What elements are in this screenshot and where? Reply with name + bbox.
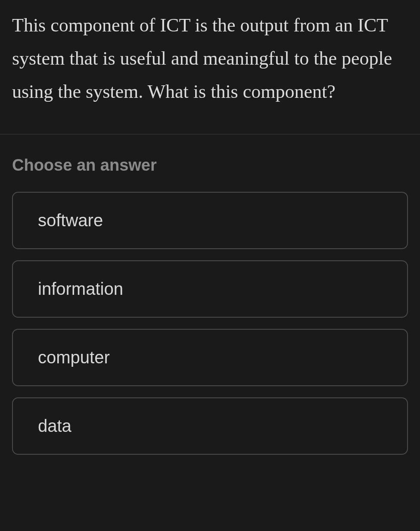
answer-label: computer	[38, 348, 110, 367]
answer-option-data[interactable]: data	[12, 397, 408, 455]
answer-option-software[interactable]: software	[12, 192, 408, 249]
answer-label: information	[38, 279, 123, 298]
answer-label: software	[38, 211, 103, 230]
answer-section: Choose an answer software information co…	[0, 134, 420, 455]
answer-option-information[interactable]: information	[12, 260, 408, 318]
answer-prompt: Choose an answer	[12, 156, 408, 175]
question-text: This component of ICT is the output from…	[12, 9, 408, 108]
answer-label: data	[38, 416, 72, 435]
question-section: This component of ICT is the output from…	[0, 0, 420, 134]
answer-option-computer[interactable]: computer	[12, 329, 408, 386]
